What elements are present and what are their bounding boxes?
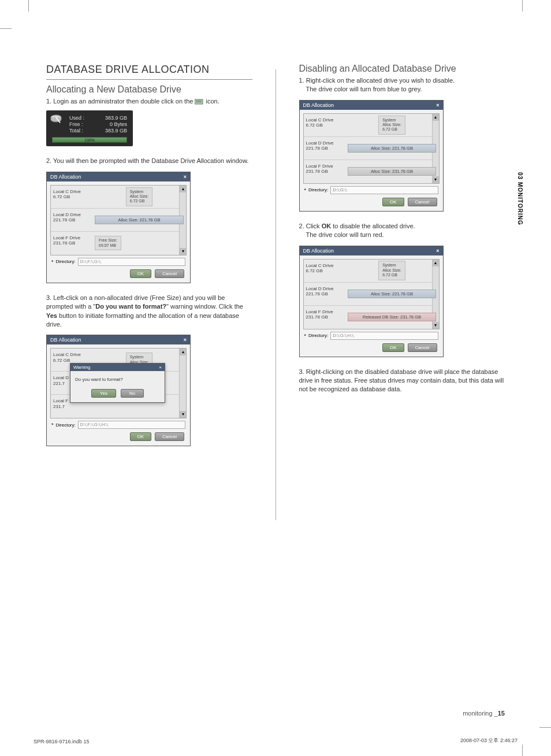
cancel-button[interactable]: Cancel — [408, 198, 437, 206]
subheading-allocating: Allocating a New Database Drive — [46, 84, 252, 95]
sys-l1: System — [382, 263, 396, 267]
r-step2-b: OK — [322, 223, 332, 229]
window-body: ▴▾ Local C Drive6.72 GB SystemAlloc Size… — [300, 110, 443, 211]
window-title: DB Allocation — [50, 337, 81, 343]
disk-free-row: Free :0 Bytes — [69, 121, 127, 127]
sys-l1: System — [382, 118, 396, 122]
drive-name: Local C Drive — [53, 352, 81, 357]
column-divider — [276, 69, 276, 520]
step-1: 1. Login as an administrator then double… — [46, 97, 252, 106]
drive-row[interactable]: Local C Drive6.72 GB SystemAlloc Size:6.… — [51, 186, 186, 209]
subheading-disabling: Disabling an Allocated Database Drive — [299, 64, 505, 74]
footer-page-number: 15 — [498, 710, 505, 717]
ok-button[interactable]: OK — [382, 343, 404, 352]
ok-button[interactable]: OK — [130, 432, 152, 441]
directory-path[interactable]: D:\;G:\; — [330, 186, 438, 194]
drive-info: Free Size:69.07 MB — [92, 232, 186, 255]
warning-titlebar: Warning× — [70, 364, 165, 371]
print-footer-right: 2008-07-03 오후 2:46:27 — [460, 737, 518, 744]
asterisk-icon: * — [51, 259, 54, 265]
sys-l3: 6.72 GB — [130, 199, 145, 203]
used-label: Used : — [69, 115, 84, 121]
drive-row[interactable]: Local C Drive6.72 GB SystemAlloc Size:6.… — [304, 114, 439, 137]
free-value: 0 Bytes — [110, 121, 127, 127]
drive-row[interactable]: Local D Drive221.78 GB Alloc Size: 221.7… — [304, 137, 439, 160]
drive-row[interactable]: Local F Drive231.78 GB Alloc Size: 231.7… — [304, 160, 439, 183]
cancel-button[interactable]: Cancel — [155, 432, 184, 441]
crop-mark — [522, 744, 523, 756]
used-value: 383.9 GB — [105, 115, 127, 121]
total-value: 383.9 GB — [105, 128, 127, 134]
directory-path[interactable]: D:\;F:\;G:\; — [78, 258, 185, 266]
drive-name: Local F Drive — [53, 235, 80, 240]
drive-size: 6.72 GB — [53, 358, 70, 363]
window-body: ▴▾ Local C Drive6.72 GB SystemAlloc Size… — [47, 344, 190, 446]
close-icon[interactable]: × — [436, 102, 439, 108]
free-l1: Free Size: — [99, 238, 117, 242]
close-icon[interactable]: × — [436, 248, 439, 254]
database-icon — [195, 98, 204, 105]
ok-button[interactable]: OK — [382, 198, 404, 206]
directory-row: * Directory: D:\;F:\;G:\;H:\; — [50, 418, 187, 431]
r-step1-a: 1. Right-click on the allocated drive yo… — [299, 77, 455, 84]
drive-size: 221.7 — [53, 381, 65, 386]
crop-mark — [522, 0, 523, 12]
alloc-bar: Alloc Size: 221.78 GB — [348, 290, 437, 298]
drive-info: Alloc Size: 221.78 GB — [345, 137, 439, 160]
svg-rect-1 — [196, 101, 202, 101]
drive-label: Local C Drive6.72 GB — [304, 114, 345, 136]
directory-path[interactable]: D:\;F:\;G:\;H:\; — [78, 421, 185, 429]
r-step-1: 1. Right-click on the allocated drive yo… — [299, 76, 505, 94]
warning-title: Warning — [73, 365, 91, 370]
cancel-button[interactable]: Cancel — [155, 269, 184, 278]
directory-path[interactable]: D:\;G:\;H:\; — [330, 332, 438, 340]
drive-name: Local D — [53, 375, 69, 380]
hdd-icon — [50, 114, 62, 125]
drive-label: Local F Drive231.78 GB — [51, 232, 92, 255]
cancel-button[interactable]: Cancel — [408, 343, 437, 352]
disk-used-row: Used :383.9 GB — [69, 115, 127, 121]
content-columns: DATABASE DRIVE ALLOCATION Allocating a N… — [29, 29, 522, 520]
section-heading: DATABASE DRIVE ALLOCATION — [46, 64, 252, 80]
drive-name: Local F — [53, 398, 68, 403]
close-icon[interactable]: × — [184, 174, 187, 180]
drive-row[interactable]: Local F Drive231.78 GB Free Size:69.07 M… — [51, 232, 186, 255]
asterisk-icon: * — [304, 333, 307, 339]
crop-mark — [0, 28, 12, 29]
drive-name: Local C Drive — [306, 263, 334, 268]
drive-info: Alloc Size: 231.78 GB — [345, 160, 439, 183]
window-titlebar: DB Allocation × — [47, 172, 190, 181]
window-body: ▴▾ Local C Drive6.72 GB SystemAlloc Size… — [47, 181, 190, 283]
drive-size: 231.78 GB — [306, 169, 328, 174]
drive-row[interactable]: Local C Drive6.72 GB SystemAlloc Size:6.… — [304, 260, 439, 283]
alloc-bar: Alloc Size: 221.78 GB — [95, 216, 184, 224]
warning-dialog: Warning× Do you want to format? Yes No — [70, 363, 165, 403]
directory-row: * Directory: D:\;G:\;H:\; — [303, 329, 440, 342]
yes-button[interactable]: Yes — [91, 389, 116, 398]
free-l2: 69.07 MB — [99, 243, 116, 247]
close-icon[interactable]: × — [159, 365, 162, 370]
right-column: Disabling an Allocated Database Drive 1.… — [299, 64, 505, 520]
close-icon[interactable]: × — [184, 337, 187, 343]
drive-name: Local D Drive — [53, 212, 81, 217]
drive-name: Local C Drive — [306, 117, 334, 123]
button-row: OK Cancel — [303, 342, 440, 354]
total-label: Total : — [69, 128, 83, 134]
print-footer-left: SPR-9816-9716.indb 15 — [33, 739, 90, 744]
no-button[interactable]: No — [121, 389, 144, 398]
drive-name: Local F Drive — [306, 309, 333, 314]
drive-size: 231.78 GB — [306, 314, 328, 320]
step3-e: button to initiate formatting and the al… — [46, 312, 239, 328]
sys-l2: Alloc Size: — [382, 268, 401, 272]
drive-row[interactable]: Local D Drive221.78 GB Alloc Size: 221.7… — [304, 283, 439, 306]
disk-rows: Used :383.9 GB Free :0 Bytes Total :383.… — [69, 115, 127, 134]
drive-row[interactable]: Local D Drive221.78 GB Alloc Size: 221.7… — [51, 209, 186, 232]
directory-label: Directory: — [56, 259, 76, 264]
drive-info: Alloc Size: 221.78 GB — [92, 209, 186, 231]
ok-button[interactable]: OK — [130, 269, 152, 278]
r-step1-b: The drive color will turn from blue to g… — [306, 85, 505, 94]
system-box: SystemAlloc Size:6.72 GB — [378, 261, 405, 280]
drive-row[interactable]: Local F Drive231.78 GB Released DB Size:… — [304, 306, 439, 329]
r-step-3: 3. Right-clicking on the disabled databa… — [299, 368, 505, 394]
drive-info: Alloc Size: 221.78 GB — [345, 283, 439, 305]
